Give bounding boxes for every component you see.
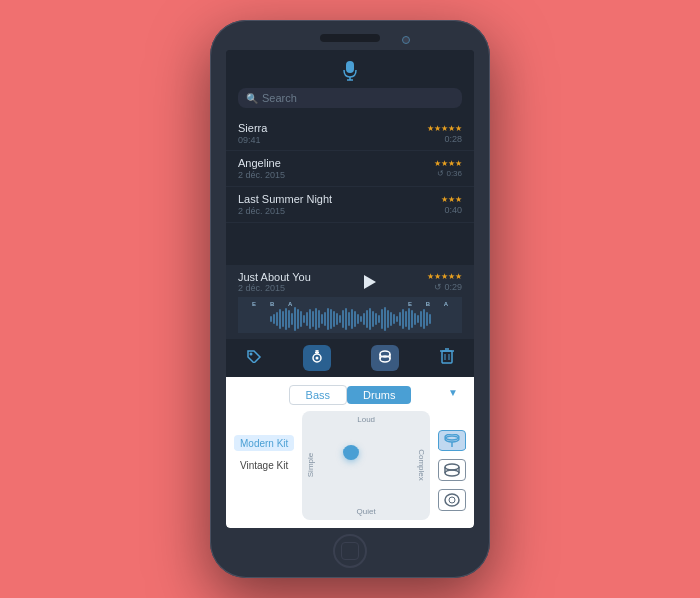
waveform-label-b1: B — [270, 301, 274, 307]
camera — [402, 36, 410, 44]
waveform-label-a1: A — [288, 301, 292, 307]
svg-point-5 — [315, 357, 318, 360]
waveform-label-a2: A — [444, 301, 448, 307]
waveform-label-e2: E — [408, 301, 412, 307]
svg-point-24 — [445, 470, 459, 476]
drum-icon-group — [438, 411, 466, 520]
xy-label-quiet: Quiet — [357, 507, 376, 516]
song-item-last-summer-night[interactable]: Last Summer Night 2 déc. 2015 ★★★ 0:40 — [226, 187, 474, 223]
svg-rect-13 — [442, 351, 452, 363]
hihat-icon[interactable] — [438, 430, 466, 451]
kick-icon[interactable] — [438, 489, 466, 511]
waveform: E B A — [238, 297, 462, 333]
home-button[interactable] — [333, 534, 367, 568]
song-title: Angeline — [238, 157, 285, 169]
svg-rect-0 — [346, 61, 354, 73]
phone-screen: 🔍 Search Sierra 09:41 ★★★★★ 0:28 Angelin… — [226, 50, 474, 528]
trash-icon[interactable] — [440, 348, 454, 368]
search-bar[interactable]: 🔍 Search — [238, 88, 462, 108]
xy-pad[interactable]: Loud Quiet Simple Complex — [302, 411, 430, 520]
tag-icon[interactable] — [246, 349, 262, 367]
xy-label-complex: Complex — [417, 449, 426, 481]
song-item-sierra[interactable]: Sierra 09:41 ★★★★★ 0:28 — [226, 116, 474, 151]
song-stars: ★★★★ — [434, 159, 462, 168]
song-list: Sierra 09:41 ★★★★★ 0:28 Angeline 2 déc. … — [226, 116, 474, 265]
panel-tabs: Bass Drums ▼ — [226, 377, 474, 411]
drums-icon[interactable] — [371, 345, 399, 371]
song-stars: ★★★ — [441, 195, 462, 204]
now-playing-title: Just About You — [238, 271, 311, 283]
song-duration: 0:28 — [444, 134, 462, 144]
song-title: Sierra — [238, 122, 267, 134]
phone-frame: 🔍 Search Sierra 09:41 ★★★★★ 0:28 Angelin… — [210, 20, 490, 578]
kit-vintage[interactable]: Vintage Kit — [234, 457, 294, 474]
now-playing-stars: ★★★★★ — [427, 272, 462, 281]
snare-icon[interactable] — [438, 459, 466, 481]
waveform-label-e1: E — [252, 301, 256, 307]
song-duration: 0:40 — [444, 205, 462, 215]
svg-point-21 — [445, 464, 459, 470]
play-button[interactable] — [358, 271, 380, 293]
xy-pad-area: Modern Kit Vintage Kit Loud Quiet Simple… — [226, 411, 474, 528]
tab-drums[interactable]: Drums — [347, 386, 411, 404]
song-date: 09:41 — [238, 135, 267, 145]
speaker — [320, 34, 380, 42]
repeat-icon: ↺ 0:36 — [437, 169, 462, 178]
search-icon: 🔍 — [246, 93, 258, 104]
song-date: 2 déc. 2015 — [238, 206, 332, 216]
svg-point-3 — [250, 353, 253, 356]
svg-point-26 — [449, 497, 455, 503]
mic-area — [226, 50, 474, 88]
xy-label-simple: Simple — [306, 453, 315, 477]
microphone-icon[interactable] — [341, 60, 359, 82]
guitar-icon[interactable] — [303, 345, 331, 371]
xy-label-loud: Loud — [357, 415, 375, 424]
song-item-angeline[interactable]: Angeline 2 déc. 2015 ★★★★ ↺ 0:36 — [226, 151, 474, 187]
kit-list: Modern Kit Vintage Kit — [234, 411, 294, 520]
bottom-panel: Bass Drums ▼ Modern Kit Vintage Kit Loud… — [226, 377, 474, 528]
toolbar — [226, 339, 474, 377]
search-input[interactable]: Search — [262, 92, 297, 104]
tab-bass[interactable]: Bass — [289, 385, 347, 405]
now-playing-date: 2 déc. 2015 — [238, 283, 311, 293]
song-date: 2 déc. 2015 — [238, 170, 285, 180]
waveform-label-b2: B — [426, 301, 430, 307]
svg-point-25 — [445, 494, 459, 506]
song-title: Last Summer Night — [238, 193, 332, 205]
song-stars: ★★★★★ — [427, 124, 462, 133]
now-playing-duration: ↺ 0:29 — [434, 282, 462, 292]
dropdown-icon[interactable]: ▼ — [448, 387, 458, 398]
xy-dot[interactable] — [343, 445, 359, 460]
kit-modern[interactable]: Modern Kit — [234, 435, 294, 451]
now-playing[interactable]: Just About You 2 déc. 2015 ★★★★★ ↺ 0:29 … — [226, 265, 474, 339]
